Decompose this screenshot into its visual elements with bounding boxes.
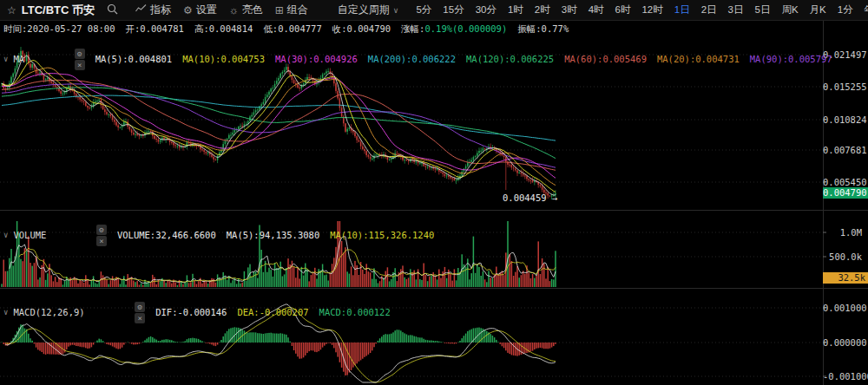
toolbar: ☆ LTC/BTC 币安 指标 ⚙ 设置 ☼ 亮色 ⊞ 组合 自定义周期 ∨ <box>0 0 868 21</box>
timeframe-15min[interactable]: 15分 <box>443 3 464 16</box>
symbol-title: LTC/BTC 币安 <box>22 3 95 18</box>
volume-collapse-chevron-icon[interactable]: ∨ <box>3 231 8 239</box>
ma-readout: MA(30):0.004926 <box>275 54 358 64</box>
volume-settings-gear-icon[interactable]: ⚙ <box>96 225 107 235</box>
ma-readout: MA(200):0.006222 <box>368 54 456 64</box>
timeframe-2d[interactable]: 2日 <box>701 3 717 16</box>
ma-readout: MA(5):0.004801 <box>95 54 173 64</box>
ma-readout: MA(90):0.005797 <box>750 54 832 64</box>
search-icon[interactable] <box>107 3 118 17</box>
ma-readout: MA(20):0.004731 <box>657 54 740 64</box>
volume-label: VOLUME <box>13 230 46 240</box>
timeframe-5d[interactable]: 5日 <box>754 3 770 16</box>
ohlc-open: 开:0.004781 <box>125 23 183 36</box>
macd-indicator-row: ∨ MACD(12,26,9) ⚙ × DIF:-0.000146 DEA:-0… <box>3 290 391 334</box>
last-volume-tag: 32.5k <box>823 272 868 284</box>
ma-label: MA <box>13 54 24 64</box>
chart-area[interactable]: 0.0214970.0152550.0108240.0076810.005450… <box>0 21 868 385</box>
timeframe-1min[interactable]: 1分 <box>838 3 853 16</box>
last-price-tag: 0.004790 <box>823 187 868 199</box>
timeframe-month[interactable]: 月K <box>810 3 826 16</box>
timeframe-1d-active[interactable]: 1日 <box>674 3 690 16</box>
volume-remove-icon[interactable]: × <box>96 236 107 246</box>
ohlc-change: 涨幅:0.19%(0.000009) <box>401 23 507 36</box>
timeframe-4h[interactable]: 4时 <box>589 3 604 16</box>
macd-collapse-chevron-icon[interactable]: ∨ <box>3 308 8 316</box>
timeframe-2h[interactable]: 2时 <box>535 3 550 16</box>
macd-settings-gear-icon[interactable]: ⚙ <box>135 302 145 312</box>
timeframe-12h[interactable]: 12时 <box>641 3 662 16</box>
ma-readout: MA(120):0.006225 <box>466 54 554 64</box>
menu-layout[interactable]: ⊞ 组合 <box>275 3 308 17</box>
ma-readout: MA(10):0.004753 <box>182 54 265 64</box>
timeframe-list: 5分 15分 30分 1时 2时 3时 4时 6时 12时 1日 2日 3日 5… <box>416 3 868 16</box>
menu-indicators[interactable]: 指标 <box>135 3 171 17</box>
sun-icon: ☼ <box>229 4 239 16</box>
indicators-icon <box>135 3 147 16</box>
volume-indicator-row: ∨ VOLUME ⚙ × VOLUME:32,466.6600 MA(5):94… <box>3 213 434 257</box>
ohlc-low: 低:0.004777 <box>263 23 321 36</box>
timeframe-6h[interactable]: 6时 <box>615 3 631 16</box>
volume-readout: VOLUME:32,466.6600 <box>117 230 216 240</box>
ma-collapse-chevron-icon[interactable]: ∨ <box>3 55 8 63</box>
chevron-down-icon: ∨ <box>393 6 399 15</box>
ma-settings-gear-icon[interactable]: ⚙ <box>75 49 85 59</box>
ma-remove-icon[interactable]: × <box>75 60 85 70</box>
ma-indicator-row: ∨ MA ⚙ × MA(5):0.004801 MA(10):0.004753 … <box>3 37 832 81</box>
macd-remove-icon[interactable]: × <box>135 313 145 323</box>
trading-terminal: ☆ LTC/BTC 币安 指标 ⚙ 设置 ☼ 亮色 ⊞ 组合 自定义周期 ∨ <box>0 0 868 385</box>
ohlc-high: 高:0.004814 <box>194 23 253 36</box>
ohlc-time: 时间:2020-05-27 08:00 <box>3 23 115 36</box>
macd-label: MACD(12,26,9) <box>13 307 84 317</box>
menu-theme[interactable]: ☼ 亮色 <box>229 3 263 17</box>
marked-low-annotation: 0.004459 → <box>503 192 557 203</box>
timeframe-1h[interactable]: 1时 <box>508 3 523 16</box>
volume-readout: MA(10):115,326.1240 <box>330 230 434 240</box>
menu-settings[interactable]: ⚙ 设置 <box>183 3 217 17</box>
macd-readout: MACD:0.000122 <box>319 307 391 317</box>
timeframe-year[interactable]: 年K <box>865 3 868 16</box>
favorite-star-icon[interactable]: ☆ <box>7 4 16 16</box>
timeframe-3h[interactable]: 3时 <box>562 3 577 16</box>
timeframe-week[interactable]: 周K <box>781 3 798 16</box>
timeframe-30min[interactable]: 30分 <box>476 3 496 16</box>
ohlc-close: 收:0.004790 <box>332 23 391 36</box>
volume-readout: MA(5):94,135.3080 <box>227 230 319 240</box>
ohlc-amplitude: 振幅:0.77% <box>517 23 569 36</box>
macd-readout: DEA:-0.000207 <box>237 307 308 317</box>
gear-icon: ⚙ <box>183 4 193 16</box>
timeframe-3d[interactable]: 3日 <box>728 3 744 16</box>
custom-period-dropdown[interactable]: 自定义周期 ∨ <box>338 3 401 17</box>
ma-readout: MA(60):0.005469 <box>564 54 647 64</box>
ohlc-info-row: 时间:2020-05-27 08:00 开:0.004781 高:0.00481… <box>3 23 569 36</box>
macd-readout: DIF:-0.000146 <box>155 307 227 317</box>
grid-layout-icon: ⊞ <box>275 4 284 16</box>
timeframe-5min[interactable]: 5分 <box>416 3 431 16</box>
